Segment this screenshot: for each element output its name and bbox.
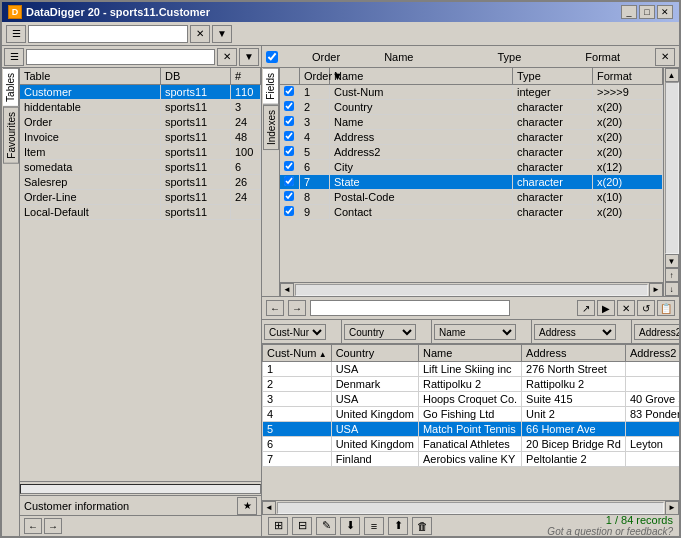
- field-row[interactable]: 2 Country character x(20): [280, 100, 663, 115]
- data-table-wrapper[interactable]: Cust-NumCountryNameAddressAddress2CitySt…: [262, 344, 679, 500]
- left-filter-btn[interactable]: ▼: [239, 48, 259, 66]
- toolbar-dropdown[interactable]: [28, 25, 188, 43]
- data-row[interactable]: 1USALift Line Skiing inc276 North Street…: [263, 362, 680, 377]
- vscroll-down[interactable]: ▼: [665, 254, 679, 268]
- clear-button[interactable]: ✕: [190, 25, 210, 43]
- col-select-address2[interactable]: Address2: [634, 324, 679, 340]
- left-clear-btn[interactable]: ✕: [217, 48, 237, 66]
- open-btn[interactable]: ↗: [577, 300, 595, 316]
- data-row[interactable]: 2DenmarkRattipolku 2Rattipolku 2Valkeala…: [263, 377, 680, 392]
- left-search[interactable]: [26, 49, 215, 65]
- export-btn[interactable]: 📋: [657, 300, 675, 316]
- bookmark-btn[interactable]: ★: [237, 497, 257, 515]
- col-th-custnum[interactable]: Cust-Num: [263, 345, 332, 362]
- table-row[interactable]: somedata sports11 6: [20, 160, 261, 175]
- import-btn[interactable]: ⬇: [340, 517, 360, 535]
- field-row[interactable]: 1 Cust-Num integer >>>>9: [280, 85, 663, 100]
- vscroll-track[interactable]: [665, 82, 679, 254]
- left-menu-btn[interactable]: ☰: [4, 48, 24, 66]
- vscroll-up[interactable]: ▲: [665, 68, 679, 82]
- data-horiz-scroll[interactable]: ◄ ►: [262, 500, 679, 514]
- hscroll-left[interactable]: ◄: [280, 283, 294, 297]
- field-checkbox[interactable]: [284, 206, 294, 216]
- field-checkbox[interactable]: [284, 131, 294, 141]
- table-row[interactable]: Order-Line sports11 24: [20, 190, 261, 205]
- data-hscroll-right[interactable]: ►: [665, 501, 679, 515]
- table-row[interactable]: Local-Default sports11: [20, 205, 261, 220]
- fields-tab[interactable]: Fields: [263, 68, 279, 105]
- field-row[interactable]: 4 Address character x(20): [280, 130, 663, 145]
- field-checkbox[interactable]: [284, 161, 294, 171]
- field-checkbox[interactable]: [284, 176, 294, 186]
- table-row[interactable]: Invoice sports11 48: [20, 130, 261, 145]
- data-row[interactable]: 3USAHoops Croquet Co.Suite 41540 Grove S…: [263, 392, 680, 407]
- close-button[interactable]: ✕: [657, 5, 673, 19]
- field-checkbox[interactable]: [284, 146, 294, 156]
- stop-btn[interactable]: ✕: [617, 300, 635, 316]
- field-row[interactable]: 5 Address2 character x(20): [280, 145, 663, 160]
- data-row[interactable]: 7FinlandAerobics valine KYPeltolantie 2T…: [263, 452, 680, 467]
- table-row[interactable]: Salesrep sports11 26: [20, 175, 261, 190]
- vscroll-pageup[interactable]: ↑: [665, 268, 679, 282]
- col-select-cust-num[interactable]: Cust-Num: [264, 324, 326, 340]
- field-row[interactable]: 7 State character x(20): [280, 175, 663, 190]
- upload-btn[interactable]: ⬆: [388, 517, 408, 535]
- col-th-address2[interactable]: Address2: [625, 345, 679, 362]
- nav-next-btn[interactable]: →: [44, 518, 62, 534]
- favourites-tab[interactable]: Favourites: [3, 107, 19, 164]
- query-input[interactable]: [310, 300, 510, 316]
- col-select-address[interactable]: Address: [534, 324, 616, 340]
- table-row[interactable]: Item sports11 100: [20, 145, 261, 160]
- table-row[interactable]: Order sports11 24: [20, 115, 261, 130]
- scroll-track[interactable]: [20, 484, 261, 494]
- clone-record-btn[interactable]: ⊟: [292, 517, 312, 535]
- table-db-cell: sports11: [161, 190, 231, 205]
- field-row[interactable]: 6 City character x(12): [280, 160, 663, 175]
- table-row[interactable]: hiddentable sports11 3: [20, 100, 261, 115]
- indexes-tab[interactable]: Indexes: [263, 105, 279, 150]
- fields-close-btn[interactable]: ✕: [655, 48, 675, 66]
- field-type: character: [513, 130, 593, 145]
- table-name-cell: Local-Default: [20, 205, 161, 220]
- field-checkbox[interactable]: [284, 101, 294, 111]
- hscroll-right[interactable]: ►: [649, 283, 663, 297]
- nav-forward[interactable]: →: [288, 300, 306, 316]
- filter-button[interactable]: ▼: [212, 25, 232, 43]
- export-data-btn[interactable]: ≡: [364, 517, 384, 535]
- hscroll-track[interactable]: [295, 284, 648, 296]
- data-row[interactable]: 4United KingdomGo Fishing LtdUnit 283 Po…: [263, 407, 680, 422]
- field-checkbox[interactable]: [284, 116, 294, 126]
- vscroll-pagedown[interactable]: ↓: [665, 282, 679, 296]
- table-horiz-scroll[interactable]: [20, 481, 261, 495]
- tables-tab[interactable]: Tables: [3, 68, 19, 107]
- nav-back[interactable]: ←: [266, 300, 284, 316]
- col-th-country[interactable]: Country: [331, 345, 418, 362]
- table-row[interactable]: Customer sports11 110: [20, 85, 261, 100]
- delete-btn[interactable]: 🗑: [412, 517, 432, 535]
- menu-button[interactable]: ☰: [6, 25, 26, 43]
- refresh-btn[interactable]: ↺: [637, 300, 655, 316]
- data-hscroll-left[interactable]: ◄: [262, 501, 276, 515]
- field-row[interactable]: 9 Contact character x(20): [280, 205, 663, 220]
- maximize-button[interactable]: □: [639, 5, 655, 19]
- field-row[interactable]: 8 Postal-Code character x(10): [280, 190, 663, 205]
- field-name: Contact: [330, 205, 513, 220]
- nav-buttons: ← →: [20, 515, 261, 536]
- nav-prev-btn[interactable]: ←: [24, 518, 42, 534]
- data-row[interactable]: 6United KingdomFanatical Athletes20 Bice…: [263, 437, 680, 452]
- fields-horiz-scroll[interactable]: ◄ ►: [280, 282, 663, 296]
- run-btn[interactable]: ▶: [597, 300, 615, 316]
- field-row[interactable]: 3 Name character x(20): [280, 115, 663, 130]
- edit-record-btn[interactable]: ✎: [316, 517, 336, 535]
- col-select-name[interactable]: Name: [434, 324, 516, 340]
- col-th-address[interactable]: Address: [522, 345, 626, 362]
- field-checkbox[interactable]: [284, 191, 294, 201]
- data-row[interactable]: 5USAMatch Point Tennis66 Homer AveComoMA: [263, 422, 680, 437]
- field-checkbox[interactable]: [284, 86, 294, 96]
- minimize-button[interactable]: _: [621, 5, 637, 19]
- col-select-country[interactable]: Country: [344, 324, 416, 340]
- data-hscroll-track[interactable]: [277, 502, 664, 514]
- fields-check-all[interactable]: [266, 51, 278, 63]
- col-th-name[interactable]: Name: [418, 345, 521, 362]
- add-record-btn[interactable]: ⊞: [268, 517, 288, 535]
